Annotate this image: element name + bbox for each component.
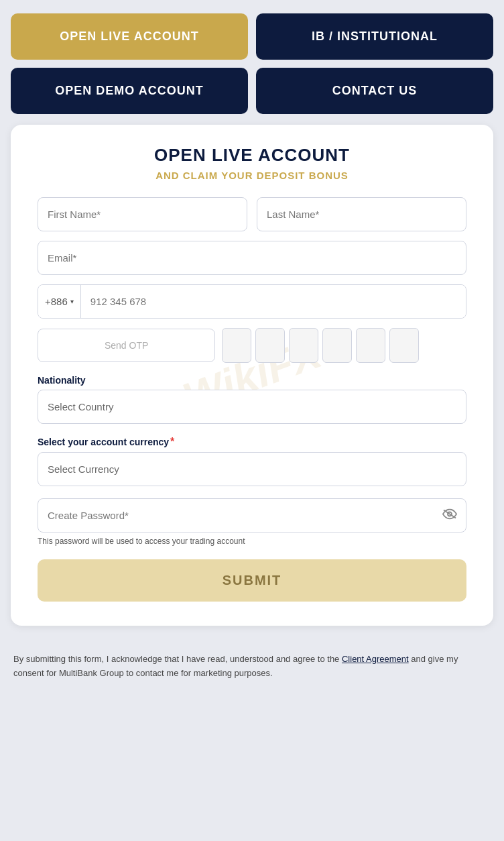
phone-code-selector[interactable]: +886 ▾ bbox=[38, 285, 81, 318]
ib-institutional-button[interactable]: IB / INSTITUTIONAL bbox=[256, 13, 493, 60]
email-field bbox=[38, 241, 466, 275]
phone-code-value: +886 bbox=[45, 296, 68, 307]
email-input[interactable] bbox=[38, 241, 466, 275]
phone-row: +886 ▾ bbox=[38, 284, 466, 319]
currency-select[interactable]: Select Currency bbox=[38, 452, 466, 486]
chevron-down-icon: ▾ bbox=[70, 298, 74, 305]
first-name-input[interactable] bbox=[38, 197, 247, 231]
otp-box-4[interactable] bbox=[322, 328, 352, 363]
nationality-section: Nationality Select Country bbox=[38, 375, 466, 424]
first-name-field bbox=[38, 197, 247, 231]
password-wrapper bbox=[38, 498, 466, 532]
otp-row: Send OTP bbox=[38, 328, 466, 363]
otp-box-1[interactable] bbox=[222, 328, 251, 363]
submit-button[interactable]: SUBMIT bbox=[38, 559, 466, 602]
email-row bbox=[38, 241, 466, 275]
currency-label: Select your account currency* bbox=[38, 436, 466, 448]
nav-buttons: OPEN LIVE ACCOUNT IB / INSTITUTIONAL OPE… bbox=[0, 0, 504, 125]
phone-number-input[interactable] bbox=[81, 285, 466, 318]
nationality-label: Nationality bbox=[38, 375, 466, 386]
registration-form: WikiFX OPEN LIVE ACCOUNT AND CLAIM YOUR … bbox=[11, 125, 493, 626]
password-hint: This password will be used to access you… bbox=[38, 537, 466, 546]
form-subtitle: AND CLAIM YOUR DEPOSIT BONUS bbox=[38, 170, 466, 181]
contact-us-button[interactable]: CONTACT US bbox=[256, 68, 493, 114]
otp-box-2[interactable] bbox=[255, 328, 285, 363]
open-live-account-button[interactable]: OPEN LIVE ACCOUNT bbox=[11, 13, 248, 60]
country-select-wrapper: Select Country bbox=[38, 390, 466, 424]
eye-hidden-icon[interactable] bbox=[442, 508, 457, 522]
footer-disclaimer: By submitting this form, I acknowledge t… bbox=[0, 639, 504, 701]
otp-input-group bbox=[222, 328, 466, 363]
currency-select-wrapper: Select Currency bbox=[38, 452, 466, 486]
otp-box-6[interactable] bbox=[389, 328, 419, 363]
currency-section: Select your account currency* Select Cur… bbox=[38, 436, 466, 486]
otp-box-5[interactable] bbox=[356, 328, 385, 363]
last-name-field bbox=[257, 197, 466, 231]
open-demo-account-button[interactable]: OPEN DEMO ACCOUNT bbox=[11, 68, 248, 114]
send-otp-button[interactable]: Send OTP bbox=[38, 329, 215, 362]
name-row bbox=[38, 197, 466, 231]
client-agreement-link[interactable]: Client Agreement bbox=[342, 654, 409, 664]
otp-box-3[interactable] bbox=[289, 328, 318, 363]
form-title: OPEN LIVE ACCOUNT bbox=[38, 145, 466, 166]
password-input[interactable] bbox=[38, 498, 466, 532]
currency-required: * bbox=[170, 436, 174, 447]
country-select[interactable]: Select Country bbox=[38, 390, 466, 424]
last-name-input[interactable] bbox=[257, 197, 466, 231]
footer-text-before-link: By submitting this form, I acknowledge t… bbox=[13, 654, 342, 664]
